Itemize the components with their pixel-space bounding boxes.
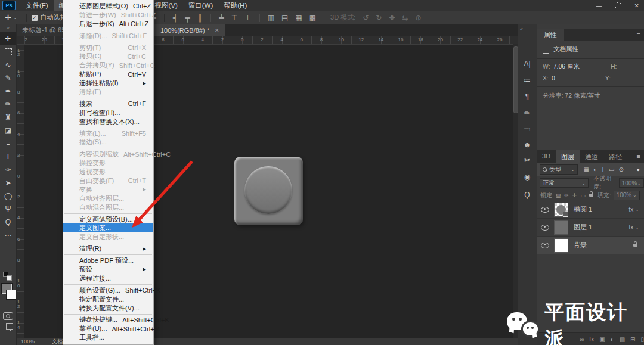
distribute-horizontal-centers-icon[interactable]: ▤ (278, 14, 292, 22)
menubar-item-help[interactable]: 帮助(H) (218, 0, 252, 11)
layer-filter-type-select[interactable]: 类型 ⌄ (540, 164, 578, 175)
paragraph-panel-icon[interactable]: ¶ (518, 92, 537, 101)
menu-item-free-transform[interactable]: 自由变换(F)Ctrl+T (63, 176, 153, 185)
tab-路径[interactable]: 路径 (603, 150, 627, 163)
menu-item-transform[interactable]: 变换▶ (63, 185, 153, 194)
opacity-select[interactable]: 100% ⌄ (619, 178, 644, 188)
visibility-eye-icon[interactable] (541, 225, 549, 231)
menu-item-menus[interactable]: 菜单(U)...Alt+Shift+Ctrl+M (63, 324, 153, 333)
menu-item-copy[interactable]: 拷贝(C)Ctrl+C (63, 52, 153, 61)
x-value[interactable]: 0 (552, 74, 555, 82)
menu-item-check-spelling[interactable]: 拼写检查(H)... (63, 108, 153, 117)
lock-image-pixels-icon[interactable]: ✏ (562, 192, 571, 198)
restore-button[interactable] (615, 3, 621, 8)
collapse-toolbar-icon[interactable]: » (0, 24, 16, 32)
lock-transparent-pixels-icon[interactable]: ▨ (554, 192, 563, 198)
menu-item-content-aware-scale[interactable]: 内容识别缩放Alt+Shift+Ctrl+C (63, 150, 153, 158)
hand-tool[interactable]: Ψ (0, 203, 16, 216)
scrollbar-thumb[interactable] (513, 46, 518, 113)
creative-cloud-icon[interactable]: ◉ (518, 173, 537, 181)
3d-roll-icon[interactable]: ↻ (372, 14, 385, 22)
menu-item-presets[interactable]: 预设▶ (63, 265, 153, 274)
align-bottom-edges-icon[interactable]: ╧ (215, 14, 228, 22)
menu-item-cut[interactable]: 剪切(T)Ctrl+X (63, 43, 153, 52)
align-vertical-centers-icon[interactable]: ╫ (194, 14, 206, 22)
menu-item-fill[interactable]: 填充(L)...Shift+F5 (63, 129, 153, 138)
quick-selection-tool[interactable]: ✎ (0, 72, 16, 85)
menu-item-copy-merged[interactable]: 合并拷贝(Y)Shift+Ctrl+C (63, 61, 153, 70)
filter-type-layers-icon[interactable]: T (599, 166, 607, 173)
menu-item-define-pattern[interactable]: 定义图案... (63, 223, 153, 232)
lock-all-icon[interactable] (589, 194, 593, 197)
auto-select-checkbox[interactable]: ✓ (32, 15, 38, 21)
menu-item-perspective-warp[interactable]: 透视变形 (63, 167, 153, 176)
menu-item-fade[interactable]: 渐隐(D)...Shift+Ctrl+F (63, 32, 153, 41)
menubar-item-view[interactable]: 视图(V) (149, 0, 182, 11)
close-button[interactable]: ✕ (634, 2, 639, 9)
menu-item-clear[interactable]: 清除(E) (63, 88, 153, 97)
panel-menu-icon[interactable]: ≡ (637, 31, 640, 38)
clone-stamp-tool[interactable]: ♜ (0, 111, 16, 124)
blend-mode-select[interactable]: 正常 ⌄ (540, 178, 589, 188)
more-tools[interactable]: ⋯ (0, 229, 16, 242)
menu-item-toolbar-cmd[interactable]: 工具栏... (63, 333, 153, 342)
menu-item-step-backward[interactable]: 后退一步(K)Alt+Ctrl+Z (63, 20, 153, 29)
layer-row[interactable]: 背景 (537, 237, 644, 254)
eyedropper-tool[interactable]: ✒ (0, 85, 16, 98)
menubar-item-window[interactable]: 窗口(W) (183, 0, 219, 11)
layer-row[interactable]: 图层 1fx⌄ (537, 219, 644, 237)
menu-item-color-settings[interactable]: 颜色设置(G)...Shift+Ctrl+K (63, 286, 153, 295)
3d-rotate-icon[interactable]: ↺ (359, 14, 372, 22)
tab-通道[interactable]: 通道 (580, 150, 603, 163)
marquee-tool[interactable] (0, 45, 16, 58)
move-tool[interactable]: ✛ (0, 32, 16, 45)
path-selection-tool[interactable]: ➤ (0, 176, 16, 189)
learn-panel-icon[interactable]: Ϙ (518, 191, 537, 199)
tab-3D[interactable]: 3D (537, 150, 556, 163)
ellipse-tool[interactable]: ◯ (0, 189, 16, 203)
menu-item-paste-special[interactable]: 选择性粘贴(I)▶ (63, 79, 153, 88)
align-right-edges-icon[interactable]: ╡ (169, 14, 182, 22)
menu-item-step-forward[interactable]: 前进一步(W)Shift+Ctrl+Z (63, 11, 153, 20)
paint-bucket-tool[interactable]: ◒ (0, 137, 16, 150)
menu-item-stroke[interactable]: 描边(S)... (63, 138, 153, 147)
distribute-left-edges-icon[interactable]: ▥ (264, 14, 278, 22)
layer-fx-badge[interactable]: fx (629, 224, 634, 231)
align-top-edges-icon[interactable]: ╤ (181, 14, 194, 22)
visibility-eye-icon[interactable] (541, 243, 549, 248)
lock-artboard-icon[interactable]: ▭ (578, 192, 587, 198)
menu-item-auto-blend-layers[interactable]: 自动混合图层... (63, 203, 153, 212)
minimize-button[interactable]: — (596, 2, 602, 9)
pen-tool[interactable]: ✑ (0, 163, 16, 176)
paragraph-styles-icon[interactable]: ≕ (518, 125, 537, 133)
width-value[interactable]: 7.06 厘米 (553, 63, 580, 71)
menu-item-undo-layer-style[interactable]: 还原图层样式(O)Ctrl+Z (63, 2, 153, 11)
layer-row[interactable]: 椭圆 1fx⌄ (537, 201, 644, 219)
document-tab-2[interactable]: 100%(RGB/8#) * ✕ (154, 24, 225, 36)
clone-source-icon[interactable]: ☻ (518, 141, 537, 149)
menu-item-keyboard-shortcuts[interactable]: 键盘快捷键...Alt+Shift+Ctrl+K (63, 316, 153, 325)
filter-adjustment-layers-icon[interactable]: ◐ (591, 166, 599, 173)
tab-图层[interactable]: 图层 (556, 150, 580, 163)
zoom-level-field[interactable]: 100% (21, 338, 52, 344)
layer-thumbnail[interactable] (554, 220, 568, 235)
swap-colors-icon[interactable] (7, 275, 12, 281)
fill-select[interactable]: 100% ⌄ (614, 191, 640, 200)
filter-smart-objects-icon[interactable]: ⊙ (617, 166, 626, 173)
menu-item-convert-to-profile[interactable]: 转换为配置文件(V)... (63, 304, 153, 313)
brush-settings-icon[interactable]: ✏ (518, 109, 537, 117)
filter-toggle-icon[interactable]: ● (637, 167, 640, 173)
chevron-down-icon[interactable]: ⌄ (13, 15, 17, 20)
brush-tool[interactable]: ✏ (0, 98, 16, 111)
close-tab-icon[interactable]: ✕ (215, 27, 219, 33)
menu-item-auto-align-layers[interactable]: 自动对齐图层... (63, 194, 153, 203)
type-tool[interactable]: T (0, 150, 16, 163)
distribute-vertical-centers-icon[interactable]: ⊥ (241, 14, 254, 22)
distribute-spacing-icon[interactable]: ▩ (306, 14, 320, 22)
layer-thumbnail[interactable] (554, 238, 568, 253)
lock-position-icon[interactable]: ✛ (571, 192, 579, 198)
menu-item-define-brush-preset[interactable]: 定义画笔预设(B)... (63, 215, 153, 224)
filter-shape-layers-icon[interactable]: ▭ (607, 166, 617, 173)
3d-zoom-icon[interactable]: ⊕ (411, 14, 425, 22)
zoom-tool[interactable]: Q (0, 216, 16, 229)
